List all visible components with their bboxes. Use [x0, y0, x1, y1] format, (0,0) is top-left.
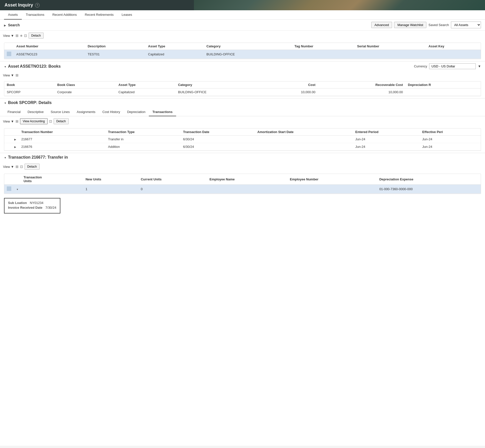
- txd-col-transaction-units: TransactionUnits: [21, 174, 83, 185]
- saved-search-select[interactable]: All Assets: [451, 22, 481, 28]
- tx-cell-amort-1: [255, 136, 353, 143]
- books-col-cost: Cost: [266, 81, 318, 88]
- txd-col-employee-name: Employee Name: [207, 174, 287, 185]
- txd-row-selector-box: [7, 186, 11, 191]
- txd-col-depreciation-expense: Depreciation Expense: [377, 174, 481, 185]
- help-icon[interactable]: ?: [35, 3, 40, 8]
- manage-watchlist-button[interactable]: Manage Watchlist: [394, 22, 426, 28]
- cell-asset-number: ASSETNO123: [14, 50, 85, 59]
- transaction-detail-collapse-icon[interactable]: [4, 155, 7, 160]
- txd-expand-icon[interactable]: [16, 188, 19, 191]
- tab-recent-additions[interactable]: Recent Additions: [48, 10, 81, 20]
- txdetail-view-label[interactable]: View ▼: [3, 165, 14, 169]
- tx-cell-number-2: 216676: [19, 143, 105, 151]
- table-row[interactable]: SPCORP Corporate Capitalized BUILDING-OF…: [4, 88, 481, 96]
- tx-row-expand-1[interactable]: ▶: [12, 136, 19, 143]
- books-table: Book Book Class Asset Type Category Cost…: [4, 81, 481, 96]
- sub-tab-cost-history[interactable]: Cost History: [99, 108, 124, 116]
- tx-col-transaction-type: Transaction Type: [105, 129, 180, 136]
- books-collapse-icon[interactable]: [4, 64, 7, 69]
- currency-label: Currency: [414, 64, 427, 68]
- sub-tab-depreciation[interactable]: Depreciation: [124, 108, 149, 116]
- tx-cell-effective-2: Jun-24: [420, 143, 481, 151]
- assets-table: Asset Number Description Asset Type Cate…: [4, 43, 481, 59]
- transaction-detail-table-container: TransactionUnits New Units Current Units…: [4, 174, 481, 194]
- sub-location-value: NY01234: [30, 201, 43, 205]
- cell-asset-key: [426, 50, 481, 59]
- invoice-received-date-value: 7/30/24: [45, 206, 56, 209]
- table-row[interactable]: 1 0 01-000-7360-0000-000: [4, 185, 481, 194]
- assets-col-asset-type: Asset Type: [146, 43, 204, 50]
- books-toolbar: View ▼: [0, 71, 485, 79]
- txd-cell-employee-name: [207, 185, 287, 194]
- txd-cell-current-units: 0: [138, 185, 207, 194]
- tx-row-expand-2[interactable]: ▶: [12, 143, 19, 151]
- assets-freeze-icon[interactable]: [20, 34, 23, 38]
- transactions-detach-button[interactable]: Detach: [54, 118, 69, 124]
- assets-col-selector: [4, 43, 14, 50]
- sub-tab-transactions[interactable]: Transactions: [149, 108, 176, 116]
- details-collapse-icon[interactable]: [4, 100, 7, 105]
- transaction-detail-title-text: Transaction 216677: Transfer in: [8, 155, 68, 160]
- sub-tab-descriptive[interactable]: Descriptive: [24, 108, 47, 116]
- transactions-grid-icon[interactable]: [16, 119, 19, 123]
- txd-col-selector: [4, 174, 14, 185]
- advanced-button[interactable]: Advanced: [371, 22, 392, 28]
- tab-leases[interactable]: Leases: [117, 10, 136, 20]
- view-accounting-button[interactable]: View Accounting: [20, 118, 48, 124]
- books-grid-icon[interactable]: [16, 73, 19, 77]
- table-row[interactable]: ▶ 216677 Transfer in 6/30/24 Jun-24 Jun-…: [4, 136, 481, 143]
- assets-grid-icon[interactable]: [16, 34, 19, 38]
- sub-tab-source-lines[interactable]: Source Lines: [47, 108, 73, 116]
- tab-transactions[interactable]: Transactions: [22, 10, 48, 20]
- expand-icon-1[interactable]: ▶: [14, 138, 16, 141]
- assets-col-serial-number: Serial Number: [355, 43, 426, 50]
- tab-recent-retirements[interactable]: Recent Retirements: [81, 10, 118, 20]
- tx-cell-type-1: Transfer in: [105, 136, 180, 143]
- txdetail-view-dropdown-icon: ▼: [11, 165, 14, 169]
- assets-col-asset-number: Asset Number: [14, 43, 85, 50]
- search-left: Search: [4, 23, 20, 27]
- txdetail-grid-icon[interactable]: [16, 165, 19, 169]
- app-header: Asset Inquiry ?: [0, 0, 485, 10]
- transaction-detail-toolbar: View ▼ Detach: [0, 162, 485, 172]
- sub-tab-assignments[interactable]: Assignments: [73, 108, 99, 116]
- txd-row-selector: [4, 185, 14, 194]
- assets-col-category: Category: [204, 43, 292, 50]
- books-title: Asset ASSETNO123: Books: [8, 64, 61, 69]
- nav-tabs: Assets Transactions Recent Additions Rec…: [0, 10, 485, 20]
- txdetail-detach-button[interactable]: Detach: [25, 164, 40, 170]
- table-row[interactable]: ▶ 216676 Addition 6/30/24 Jun-24 Jun-24: [4, 143, 481, 151]
- detail-row-sub-location: Sub Loation NY01234: [8, 201, 56, 205]
- books-col-recoverable-cost: Recoverable Cost: [318, 81, 405, 88]
- tab-assets[interactable]: Assets: [4, 10, 22, 20]
- txd-cell-transaction-units: [21, 185, 83, 194]
- transactions-view-label[interactable]: View ▼: [3, 120, 14, 123]
- transactions-detach-icon: [49, 119, 52, 123]
- assets-detach-button[interactable]: Detach: [29, 33, 44, 39]
- books-section-title: Asset ASSETNO123: Books: [4, 64, 61, 69]
- assets-view-label[interactable]: View ▼: [3, 34, 14, 38]
- assets-toolbar: View ▼ Detach: [0, 31, 485, 41]
- cell-asset-type: Capitalized: [146, 50, 204, 59]
- books-col-book-class: Book Class: [55, 81, 116, 88]
- currency-input[interactable]: [429, 63, 476, 69]
- tx-cell-date-1: 6/30/24: [181, 136, 255, 143]
- cell-asset-type: Capitalized: [116, 88, 176, 96]
- table-row[interactable]: ASSETNO123 TEST01 Capitalized BUILDING-O…: [4, 50, 481, 59]
- search-collapse-icon[interactable]: [4, 23, 6, 27]
- tx-col-amortization-start-date: Amortization Start Date: [255, 129, 353, 136]
- books-view-label[interactable]: View ▼: [3, 73, 14, 77]
- transaction-detail-header: Transaction 216677: Transfer in: [0, 153, 485, 162]
- expand-icon-2[interactable]: ▶: [14, 146, 16, 148]
- txd-cell-new-units: 1: [83, 185, 138, 194]
- app-title: Asset Inquiry: [5, 3, 33, 8]
- details-section-header: Book SPCORP: Details: [0, 98, 485, 107]
- assets-col-description: Description: [85, 43, 146, 50]
- sub-tab-financial[interactable]: Financial: [4, 108, 24, 116]
- currency-dropdown-icon[interactable]: ▼: [478, 64, 481, 68]
- txd-row-expand[interactable]: [14, 185, 21, 194]
- transactions-table: Transaction Number Transaction Type Tran…: [4, 129, 481, 151]
- tx-row-selector: [4, 136, 12, 143]
- txd-col-new-units: New Units: [83, 174, 138, 185]
